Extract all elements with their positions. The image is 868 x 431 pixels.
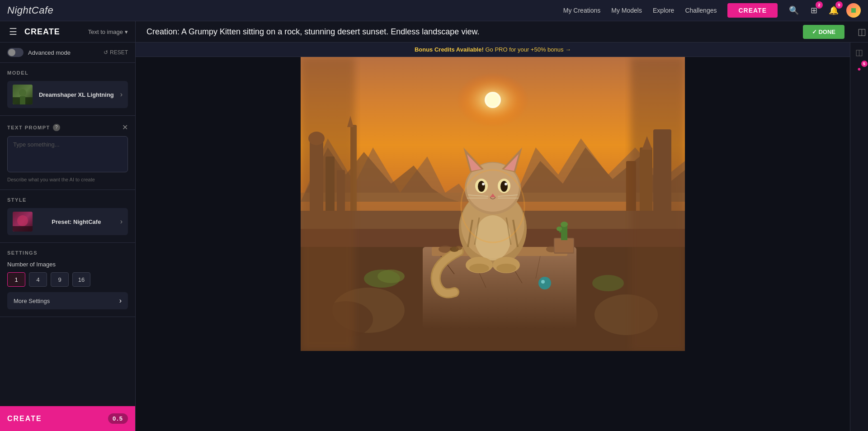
style-selector[interactable]: Preset: NightCafe › — [7, 208, 128, 235]
reset-icon: ↺ — [104, 49, 108, 56]
prompt-hint: Describe what you want the AI to create — [7, 177, 128, 182]
create-label: CREATE — [24, 27, 60, 37]
svg-point-54 — [482, 183, 485, 185]
chevron-down-icon: ▾ — [125, 28, 128, 35]
reset-button[interactable]: ↺ RESET — [104, 49, 128, 56]
help-icon[interactable]: ? — [53, 124, 60, 131]
more-settings-chevron-icon: › — [119, 297, 122, 305]
gallery-view-button[interactable]: ◫ — [853, 46, 866, 59]
svg-point-70 — [557, 227, 562, 231]
messages-badge: 2 — [816, 1, 823, 9]
more-settings-button[interactable]: More Settings › — [7, 292, 128, 309]
creation-title: Creation: A Grumpy Kitten sitting on a r… — [146, 27, 479, 37]
svg-point-64 — [496, 264, 516, 273]
advanced-mode-toggle[interactable] — [7, 48, 24, 57]
notifications-badge: 9 — [835, 1, 843, 9]
svg-point-76 — [377, 270, 405, 283]
more-settings-label: More Settings — [14, 298, 50, 304]
style-thumb-image — [13, 212, 33, 232]
question-mark: ? — [55, 125, 58, 130]
ai-generated-image — [301, 57, 685, 351]
model-info: Dreamshaper XL Lightning — [39, 91, 114, 98]
model-thumbnail — [13, 85, 33, 104]
app-logo[interactable]: NightCafe — [7, 5, 53, 16]
prompt-close-button[interactable]: ✕ — [122, 123, 128, 132]
num-1-button[interactable]: 1 — [7, 272, 25, 287]
nav-my-creations[interactable]: My Creations — [563, 7, 600, 14]
content-area: Bonus Credits Available! Go PRO for your… — [136, 43, 850, 431]
search-icon: 🔍 — [789, 5, 799, 15]
model-selector[interactable]: Dreamshaper XL Lightning › — [7, 81, 128, 108]
prompt-input[interactable] — [7, 136, 128, 172]
sidebar-header: ☰ CREATE Text to image ▾ — [0, 21, 136, 42]
nav-links: My Creations My Models Explore Challenge… — [563, 3, 778, 18]
panel-toggle-button[interactable]: ◫ — [855, 25, 868, 38]
style-thumbnail — [13, 212, 33, 232]
text-prompt-label: TEXT PROMPT — [7, 125, 50, 130]
style-section-label: STYLE — [7, 197, 128, 203]
svg-point-73 — [538, 277, 551, 289]
mode-selector[interactable]: Text to image ▾ — [88, 28, 128, 35]
avatar-status — [851, 8, 856, 13]
expand-icon: ● — [857, 65, 861, 72]
prompt-label-row: TEXT PROMPT ? — [7, 124, 60, 131]
bonus-link[interactable]: Go PRO for your +50% bonus → — [485, 46, 571, 53]
create-btn-label: CREATE — [7, 415, 42, 423]
svg-point-55 — [505, 183, 507, 185]
model-preview-svg — [13, 85, 33, 104]
svg-point-63 — [469, 264, 489, 273]
svg-rect-81 — [301, 57, 355, 351]
text-prompt-section: TEXT PROMPT ? ✕ Describe what you want t… — [0, 116, 135, 190]
sidebar-nav-icon[interactable]: ☰ — [7, 24, 19, 39]
panel-expand-button[interactable]: ● 5 — [853, 62, 866, 75]
svg-point-39 — [475, 215, 511, 260]
nav-right-area: My Creations My Models Explore Challenge… — [563, 3, 861, 18]
messages-button[interactable]: ⊞ 2 — [807, 3, 821, 18]
style-preview-svg — [13, 212, 33, 232]
credit-cost-badge: 0.5 — [108, 413, 128, 424]
mode-label: Text to image — [88, 28, 123, 35]
num-16-button[interactable]: 16 — [72, 272, 90, 287]
gallery-icon: ◫ — [855, 47, 863, 57]
model-name: Dreamshaper XL Lightning — [39, 91, 114, 98]
prompt-header: TEXT PROMPT ? ✕ — [7, 123, 128, 132]
nav-explore[interactable]: Explore — [653, 7, 674, 14]
num-4-button[interactable]: 4 — [29, 272, 47, 287]
num-images-label: Number of Images — [7, 261, 128, 268]
create-bottom-button[interactable]: CREATE 0.5 — [0, 406, 135, 431]
svg-point-5 — [17, 215, 28, 226]
bonus-banner: Bonus Credits Available! Go PRO for your… — [136, 43, 850, 57]
settings-section: SETTINGS Number of Images 1 4 9 16 More … — [0, 243, 135, 317]
style-info: Preset: NightCafe — [52, 218, 101, 225]
svg-point-68 — [561, 222, 568, 227]
num-9-button[interactable]: 9 — [51, 272, 69, 287]
user-avatar[interactable] — [846, 3, 861, 18]
done-button[interactable]: ✓ DONE — [803, 25, 844, 39]
svg-rect-82 — [631, 57, 685, 351]
model-thumb-image — [13, 85, 33, 104]
image-container — [136, 57, 850, 351]
nav-challenges[interactable]: Challenges — [685, 7, 717, 14]
notifications-button[interactable]: 🔔 9 — [826, 3, 841, 18]
style-section: STYLE — [0, 190, 135, 243]
svg-point-77 — [592, 275, 624, 291]
nav-icons: 🔍 ⊞ 2 🔔 9 — [787, 3, 861, 18]
style-chevron-icon: › — [120, 218, 123, 226]
svg-point-74 — [541, 280, 545, 284]
top-navigation: NightCafe My Creations My Models Explore… — [0, 0, 868, 21]
search-button[interactable]: 🔍 — [787, 3, 801, 18]
main-layout: Advanced mode ↺ RESET MODEL — [0, 43, 868, 431]
right-panel-strip: ◫ ● 5 — [850, 43, 868, 431]
toggle-knob — [8, 49, 15, 56]
nav-create-button[interactable]: CREATE — [727, 3, 778, 18]
advanced-mode-row: Advanced mode ↺ RESET — [0, 43, 135, 63]
style-name: Preset: NightCafe — [52, 218, 101, 225]
svg-rect-6 — [13, 226, 33, 232]
main-header: Creation: A Grumpy Kitten sitting on a r… — [136, 25, 855, 39]
nav-my-models[interactable]: My Models — [611, 7, 642, 14]
settings-section-label: SETTINGS — [7, 250, 128, 256]
svg-rect-66 — [555, 239, 573, 252]
svg-point-10 — [486, 94, 499, 106]
svg-point-53 — [500, 181, 508, 192]
svg-point-52 — [478, 181, 485, 192]
